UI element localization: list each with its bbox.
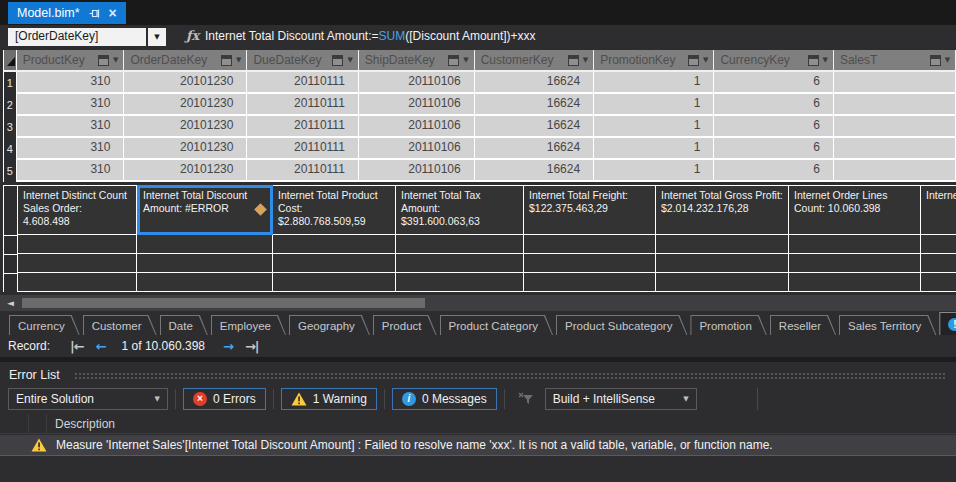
row-header[interactable]: 3	[3, 116, 17, 138]
row-header[interactable]: 4	[3, 138, 17, 160]
measure-cell[interactable]: Internet Total Tax Amount: $391.600.063,…	[396, 185, 524, 235]
grid-cell[interactable]	[834, 138, 956, 160]
grid-cell[interactable]: 20101230	[124, 72, 247, 94]
grid-cell[interactable]: 16624	[475, 160, 594, 182]
grid-cell[interactable]: 6	[714, 138, 833, 160]
grid-cell[interactable]: 16624	[475, 116, 594, 138]
grid-cell[interactable]: 20101230	[124, 116, 247, 138]
grid-cell[interactable]: 1	[594, 72, 714, 94]
measure-cell-empty[interactable]	[137, 273, 273, 292]
select-all-corner[interactable]	[3, 50, 17, 72]
grid-cell[interactable]: 6	[714, 116, 833, 138]
clear-filter-icon[interactable]	[518, 392, 535, 406]
grid-cell[interactable]: 1	[594, 160, 714, 182]
scroll-left-icon[interactable]: ◄	[7, 298, 14, 308]
grid-cell[interactable]: 6	[714, 72, 833, 94]
column-header-shipdatekey[interactable]: ShipDateKey▼	[359, 50, 475, 72]
measure-cell-empty[interactable]	[396, 235, 524, 254]
previous-record-icon[interactable]: ←	[96, 339, 106, 354]
scrollbar-thumb[interactable]	[22, 298, 425, 308]
measure-cell-empty[interactable]	[524, 254, 656, 273]
row-header[interactable]: 2	[3, 94, 17, 116]
grid-cell[interactable]: 1	[594, 116, 714, 138]
grid-cell[interactable]: 20110106	[359, 94, 475, 116]
grid-cell[interactable]: 310	[17, 94, 125, 116]
grid-cell[interactable]	[834, 94, 956, 116]
column-filter-arrow-icon[interactable]: ▼	[823, 56, 828, 64]
measure-cell-empty[interactable]	[273, 254, 396, 273]
measure-cell-empty[interactable]	[273, 235, 396, 254]
column-header-salest[interactable]: SalesT▼	[834, 50, 956, 72]
pin-icon[interactable]	[89, 8, 100, 19]
column-header-customerkey[interactable]: CustomerKey▼	[475, 50, 594, 72]
measure-cell[interactable]: Internet Distinct Count Sales Order: 4.6…	[18, 185, 137, 235]
first-record-icon[interactable]: |←	[70, 339, 84, 354]
grid-cell[interactable]: 20110111	[247, 116, 358, 138]
grid-cell[interactable]: 20110106	[359, 72, 475, 94]
column-filter-arrow-icon[interactable]: ▼	[347, 56, 352, 64]
column-filter-arrow-icon[interactable]: ▼	[236, 56, 241, 64]
column-filter-arrow-icon[interactable]: ▼	[945, 56, 950, 64]
grid-cell[interactable]: 16624	[475, 94, 594, 116]
source-filter-dropdown[interactable]: Build + IntelliSense ▼	[545, 388, 697, 410]
row-header[interactable]: 1	[3, 72, 17, 94]
measure-cell-empty[interactable]	[921, 273, 956, 292]
measure-cell[interactable]: Internet Total Product Cost: $2.880.768.…	[273, 185, 396, 235]
grid-cell[interactable]: 20101230	[124, 138, 247, 160]
table-tab-product[interactable]: Product	[373, 315, 437, 335]
measure-cell-empty[interactable]	[656, 273, 789, 292]
measure-cell-empty[interactable]	[273, 273, 396, 292]
grid-cell[interactable]: 20110111	[247, 72, 358, 94]
column-header-currencykey[interactable]: CurrencyKey▼	[714, 50, 833, 72]
column-header-productkey[interactable]: ProductKey▼	[17, 50, 125, 72]
measure-cell-empty[interactable]	[524, 235, 656, 254]
grid-cell[interactable]	[834, 72, 956, 94]
table-tab-product-category[interactable]: Product Category	[440, 315, 554, 335]
measure-cell-empty[interactable]	[396, 254, 524, 273]
close-icon[interactable]: ×	[109, 6, 117, 20]
last-record-icon[interactable]: →|	[245, 339, 259, 354]
chevron-down-icon[interactable]: ▼	[146, 28, 166, 46]
grid-cell[interactable]: 20101230	[124, 94, 247, 116]
table-tab-product-subcategory[interactable]: Product Subcategory	[556, 315, 687, 335]
table-tab-sales-territory[interactable]: Sales Territory	[839, 315, 936, 335]
grid-cell[interactable]: 20110106	[359, 116, 475, 138]
grid-cell[interactable]: 20110111	[247, 138, 358, 160]
warnings-filter-button[interactable]: 1 Warning	[281, 388, 377, 410]
measure-cell-empty[interactable]	[524, 273, 656, 292]
table-tab-promotion[interactable]: Promotion	[690, 315, 766, 335]
table-tab-reseller[interactable]: Reseller	[770, 315, 836, 335]
measure-cell-empty[interactable]	[137, 254, 273, 273]
table-tab-employee[interactable]: Employee	[211, 315, 286, 335]
table-tab-geography[interactable]: Geography	[289, 315, 370, 335]
measure-cell[interactable]: Internet Gross	[921, 185, 956, 235]
measure-cell-empty[interactable]	[137, 235, 273, 254]
measure-cell-empty[interactable]	[396, 273, 524, 292]
grid-cell[interactable]: 310	[17, 72, 125, 94]
grid-cell[interactable]: 6	[714, 160, 833, 182]
next-record-icon[interactable]: →	[223, 339, 233, 354]
formula-input[interactable]: Internet Total Discount Amount:=SUM([Dis…	[205, 29, 536, 43]
document-tab-model-bim[interactable]: Model.bim* ×	[8, 2, 126, 24]
grid-cell[interactable]: 20101230	[124, 160, 247, 182]
messages-filter-button[interactable]: i 0 Messages	[392, 388, 497, 410]
measure-cell-empty[interactable]	[789, 254, 921, 273]
measure-cell-empty[interactable]	[921, 254, 956, 273]
column-filter-arrow-icon[interactable]: ▼	[113, 56, 118, 64]
measure-cell[interactable]: Internet Total Gross Profit: $2.014.232.…	[656, 185, 789, 235]
grid-cell[interactable]: 20110111	[247, 160, 358, 182]
grid-cell[interactable]: 1	[594, 94, 714, 116]
grid-cell[interactable]: 16624	[475, 138, 594, 160]
grid-cell[interactable]: 310	[17, 160, 125, 182]
measure-cell-empty[interactable]	[921, 235, 956, 254]
column-filter-arrow-icon[interactable]: ▼	[583, 56, 588, 64]
errors-filter-button[interactable]: × 0 Errors	[183, 388, 266, 410]
measure-cell-empty[interactable]	[789, 235, 921, 254]
measure-cell[interactable]: Internet Total Discount Amount: #ERROR	[137, 185, 273, 235]
grid-cell[interactable]: 1	[594, 138, 714, 160]
warning-row[interactable]: Measure 'Internet Sales'[Internet Total …	[0, 435, 956, 456]
horizontal-scrollbar[interactable]: ◄	[0, 295, 956, 311]
table-tab-date[interactable]: Date	[160, 315, 208, 335]
measure-cell[interactable]: Internet Order Lines Count: 10.060.398	[789, 185, 921, 235]
scope-filter-dropdown[interactable]: Entire Solution ▼	[8, 388, 168, 410]
